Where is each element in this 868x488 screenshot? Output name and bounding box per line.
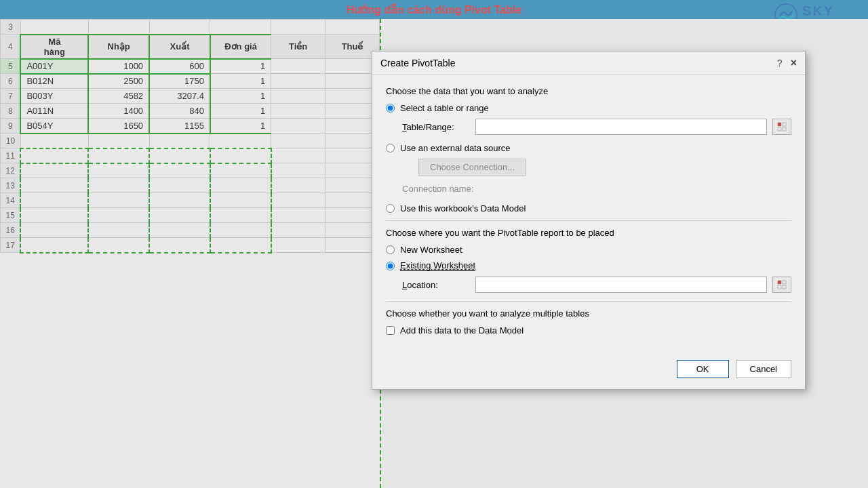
radio-new-worksheet-label: New Worksheet (400, 245, 462, 255)
radio-select-table-label: Select a table or range (400, 103, 489, 113)
section-separator-2 (386, 301, 791, 302)
location-picker-button[interactable] (772, 277, 791, 293)
location-input[interactable]: 'Bai 4'!$A$11:$G$17 (475, 277, 767, 293)
radio-new-worksheet[interactable] (386, 245, 395, 254)
data-model-checkbox-row: Add this data to the Data Model (386, 325, 791, 336)
svg-rect-1 (778, 123, 781, 126)
radio-external-data[interactable] (386, 144, 395, 152)
dialog-titlebar: Create PivotTable ? × (372, 52, 805, 75)
svg-rect-6 (783, 281, 786, 284)
radio-select-table-row: Select a table or range (386, 103, 791, 113)
svg-rect-8 (783, 285, 786, 289)
grid-picker-icon (777, 122, 787, 131)
radio-external-label: Use an external data source (400, 143, 511, 153)
table-range-input[interactable]: 'Bai 4'!$A$4:$F$9 (475, 119, 767, 135)
radio-data-model[interactable] (386, 204, 395, 213)
dialog-controls: ? × (777, 57, 797, 69)
radio-external-row: Use an external data source (386, 143, 791, 153)
dialog-body: Choose the data that you want to analyze… (372, 75, 805, 353)
section3-label: Choose whether you want to analyze multi… (386, 308, 791, 319)
radio-existing-worksheet-label: Existing Worksheet (400, 260, 475, 271)
location-label: Location: (402, 280, 470, 290)
radio-existing-worksheet[interactable] (386, 262, 395, 270)
section-separator-1 (386, 220, 791, 221)
dialog-footer: OK Cancel (372, 353, 805, 389)
svg-rect-3 (778, 127, 781, 131)
radio-existing-worksheet-row: Existing Worksheet (386, 260, 791, 271)
location-grid-picker-icon (777, 280, 787, 289)
dialog-title: Create PivotTable (380, 58, 456, 68)
section1-label: Choose the data that you want to analyze (386, 86, 791, 96)
svg-rect-5 (778, 281, 781, 284)
table-range-label: Table/Range: (402, 122, 470, 132)
svg-rect-2 (783, 123, 786, 126)
radio-data-model-row: Use this workbook's Data Model (386, 203, 791, 214)
ok-button[interactable]: OK (677, 360, 729, 378)
radio-new-worksheet-row: New Worksheet (386, 245, 791, 255)
dialog-help-button[interactable]: ? (777, 58, 783, 68)
table-range-picker-button[interactable] (772, 119, 791, 135)
location-field-row: Location: 'Bai 4'!$A$11:$G$17 (402, 277, 791, 293)
create-pivot-table-dialog: Create PivotTable ? × Choose the data th… (372, 51, 806, 390)
svg-rect-7 (778, 285, 781, 289)
table-range-field-row: Table/Range: 'Bai 4'!$A$4:$F$9 (402, 119, 791, 135)
svg-rect-4 (783, 127, 786, 131)
table-range-label-text: able/Range: (407, 122, 454, 132)
radio-select-table[interactable] (386, 104, 395, 113)
connection-name-label: Connection name: (402, 184, 791, 194)
radio-data-model-label: Use this workbook's Data Model (400, 203, 526, 214)
add-data-model-label: Add this data to the Data Model (400, 325, 524, 336)
location-label-text: ocation: (407, 280, 438, 290)
choose-connection-button[interactable]: Choose Connection... (418, 159, 526, 176)
dialog-close-button[interactable]: × (791, 57, 797, 69)
section2-label: Choose where you want the PivotTable rep… (386, 228, 791, 238)
cancel-button[interactable]: Cancel (736, 360, 791, 378)
add-data-model-checkbox[interactable] (386, 326, 395, 335)
